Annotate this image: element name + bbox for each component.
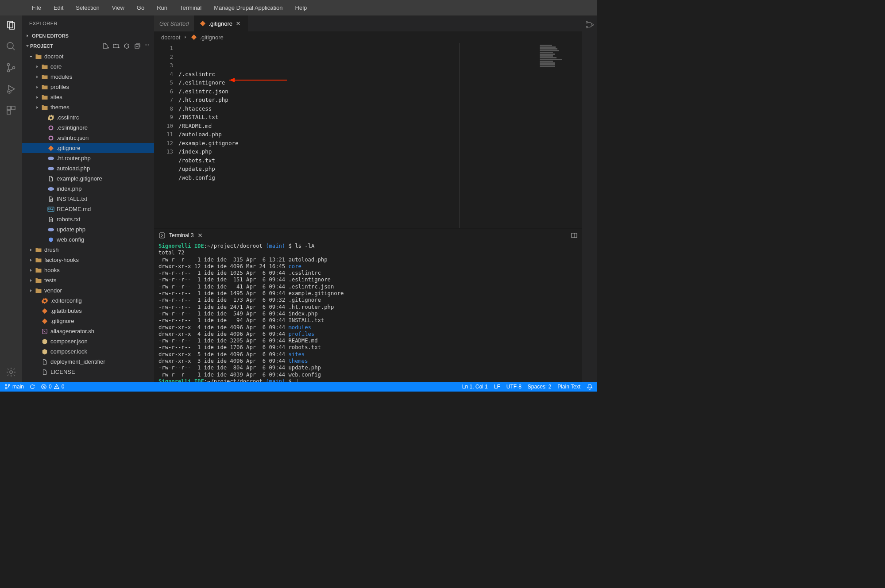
tree-folder[interactable]: modules <box>22 72 154 82</box>
tree-file[interactable]: update.php <box>22 224 154 234</box>
split-terminal-icon[interactable] <box>571 232 578 239</box>
more-icon[interactable]: ⋯ <box>144 42 151 50</box>
menu-selection[interactable]: Selection <box>70 3 104 13</box>
tabs-row: Get Started .gitignore <box>154 15 582 31</box>
tree-item-label: .eslintignore <box>57 124 88 131</box>
tree-file[interactable]: .gitignore <box>22 143 154 153</box>
svg-point-18 <box>48 187 54 191</box>
tree-file[interactable]: web.config <box>22 234 154 245</box>
refresh-icon[interactable] <box>123 42 130 50</box>
tree-file[interactable]: .eslintrc.json <box>22 133 154 143</box>
tree-file[interactable]: autoload.php <box>22 163 154 173</box>
breadcrumb-item[interactable]: docroot <box>161 34 180 41</box>
language-mode[interactable]: Plain Text <box>557 384 580 390</box>
menu-view[interactable]: View <box>107 3 130 13</box>
debug-icon[interactable] <box>6 84 16 94</box>
tree-folder[interactable]: profiles <box>22 82 154 92</box>
folder-icon <box>35 277 43 284</box>
terminal-title[interactable]: Terminal 3 <box>169 232 193 238</box>
new-file-icon[interactable] <box>102 42 109 50</box>
file-icon <box>47 185 55 193</box>
eol[interactable]: LF <box>494 384 500 390</box>
menu-terminal[interactable]: Terminal <box>174 3 207 13</box>
tree-folder[interactable]: docroot <box>22 51 154 61</box>
svg-point-31 <box>5 388 7 389</box>
graph-icon[interactable] <box>585 20 595 382</box>
menu-run[interactable]: Run <box>151 3 173 13</box>
file-icon <box>47 175 55 183</box>
explorer-icon[interactable] <box>6 20 16 31</box>
breadcrumb-item[interactable]: .gitignore <box>200 34 223 41</box>
tree-file[interactable]: composer.lock <box>22 346 154 357</box>
tree-folder[interactable]: hooks <box>22 265 154 275</box>
cursor-position[interactable]: Ln 1, Col 1 <box>462 384 488 390</box>
branch-indicator[interactable]: main <box>4 384 24 390</box>
menu-edit[interactable]: Edit <box>48 3 69 13</box>
tree-file[interactable]: robots.txt <box>22 214 154 224</box>
tree-file[interactable]: LICENSE <box>22 367 154 377</box>
tree-file[interactable]: README.md <box>22 204 154 214</box>
close-icon[interactable] <box>197 232 203 238</box>
tab-gitignore[interactable]: .gitignore <box>194 15 247 31</box>
sync-icon[interactable] <box>29 384 35 390</box>
tree-file[interactable]: index.php <box>22 184 154 194</box>
tree-file[interactable]: .gitattributes <box>22 306 154 316</box>
tree-file[interactable]: .ht.router.php <box>22 153 154 163</box>
tree-folder[interactable]: sites <box>22 92 154 102</box>
terminal-chevron-icon[interactable] <box>158 232 166 239</box>
minimap[interactable] <box>538 43 582 228</box>
tree-file[interactable]: .csslintrc <box>22 112 154 123</box>
notifications-icon[interactable] <box>587 384 593 390</box>
tree-file[interactable]: .eslintignore <box>22 123 154 133</box>
tree-item-label: composer.json <box>50 338 88 345</box>
tree-folder[interactable]: vendor <box>22 285 154 296</box>
svg-point-15 <box>49 136 53 140</box>
tree-file[interactable]: deployment_identifier <box>22 357 154 367</box>
menu-go[interactable]: Go <box>131 3 150 13</box>
chevron-right-icon <box>27 257 35 263</box>
editor-ruler <box>460 43 460 228</box>
tab-label: .gitignore <box>209 20 232 27</box>
tree-file[interactable]: composer.json <box>22 336 154 346</box>
tab-get-started[interactable]: Get Started <box>154 15 194 31</box>
errors-warnings[interactable]: 0 0 <box>41 384 64 390</box>
project-header[interactable]: PROJECT ⋯ <box>22 41 154 51</box>
tree-file[interactable]: INSTALL.txt <box>22 194 154 204</box>
search-icon[interactable] <box>6 41 16 52</box>
folder-icon <box>41 63 49 71</box>
settings-gear-icon[interactable] <box>6 367 16 377</box>
menu-file[interactable]: File <box>27 3 46 13</box>
tree-file[interactable]: aliasgenerator.sh <box>22 326 154 336</box>
tree-folder[interactable]: core <box>22 61 154 72</box>
file-icon <box>47 205 55 213</box>
encoding[interactable]: UTF-8 <box>506 384 522 390</box>
menu-help[interactable]: Help <box>290 3 313 13</box>
tree-folder[interactable]: themes <box>22 102 154 112</box>
tree-file[interactable]: .editorconfig <box>22 296 154 306</box>
indent[interactable]: Spaces: 2 <box>528 384 551 390</box>
close-icon[interactable] <box>235 20 242 27</box>
tree-folder[interactable]: factory-hooks <box>22 255 154 265</box>
collapse-all-icon[interactable] <box>134 42 141 50</box>
tree-folder[interactable]: drush <box>22 245 154 255</box>
folder-icon <box>41 73 49 81</box>
git-diamond-icon <box>200 20 206 27</box>
terminal-content[interactable]: Signorelli IDE:~/project/docroot (main) … <box>154 242 582 382</box>
menu-manage-drupal[interactable]: Manage Drupal Application <box>209 3 288 13</box>
folder-icon <box>35 53 43 61</box>
new-folder-icon[interactable] <box>112 42 120 50</box>
folder-icon <box>41 83 49 91</box>
extensions-icon[interactable] <box>6 105 16 115</box>
breadcrumbs[interactable]: docroot .gitignore <box>154 31 582 43</box>
chevron-right-icon <box>27 268 35 273</box>
file-icon <box>47 114 55 122</box>
source-control-icon[interactable] <box>6 62 16 73</box>
file-icon <box>47 195 55 203</box>
svg-point-30 <box>5 384 7 386</box>
open-editors-header[interactable]: OPEN EDITORS <box>22 31 154 41</box>
tree-file[interactable]: .gitignore <box>22 316 154 326</box>
code-content[interactable]: /.csslintrc/.eslintignore/.eslintrc.json… <box>178 43 538 228</box>
tree-folder[interactable]: tests <box>22 275 154 285</box>
editor-body[interactable]: 12345678910111213 /.csslintrc/.eslintign… <box>154 43 582 228</box>
tree-file[interactable]: example.gitignore <box>22 173 154 184</box>
